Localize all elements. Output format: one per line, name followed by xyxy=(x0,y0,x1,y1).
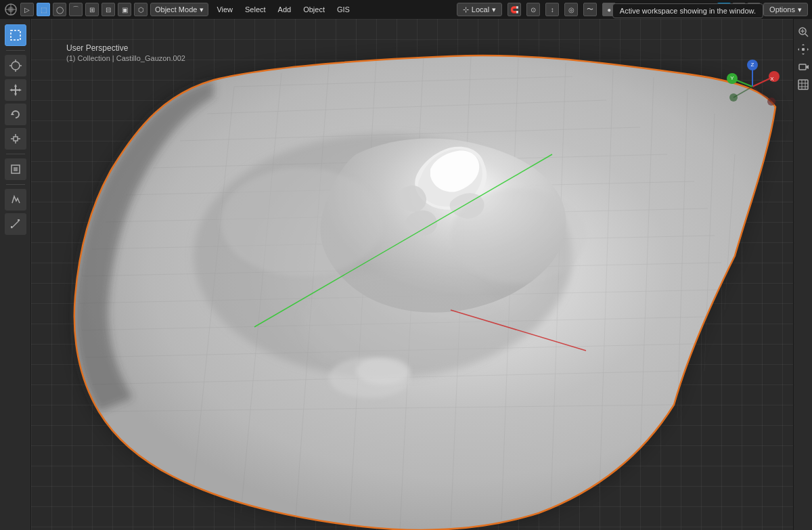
svg-rect-23 xyxy=(14,167,18,171)
svg-point-58 xyxy=(356,357,410,384)
svg-rect-4 xyxy=(11,30,20,40)
svg-marker-15 xyxy=(19,89,22,91)
zoom-button[interactable] xyxy=(796,24,811,39)
tool-select-box[interactable] xyxy=(5,24,26,46)
tool-scale[interactable] xyxy=(5,128,26,150)
mode-selector-label: Object Mode xyxy=(155,5,197,14)
proportional-edit-icon[interactable]: ⊙ xyxy=(526,3,540,16)
options-dropdown-icon: ▾ xyxy=(798,5,802,14)
camera-button[interactable] xyxy=(796,60,811,74)
gizmo-x-label: X xyxy=(770,76,774,82)
tool-rotate[interactable] xyxy=(5,104,26,125)
options-label: Options xyxy=(769,5,795,14)
tooltip-text: Active workspace showing in the window. xyxy=(620,7,756,15)
terrain-container xyxy=(31,19,793,530)
gizmo-z-label: Z xyxy=(751,62,754,68)
svg-marker-12 xyxy=(14,84,17,87)
toolbar-separator-2 xyxy=(6,154,25,154)
svg-rect-76 xyxy=(799,64,806,70)
svg-marker-13 xyxy=(14,93,17,96)
menu-select[interactable]: Select xyxy=(240,3,271,16)
tool-move[interactable] xyxy=(5,79,26,101)
pivot-selector[interactable]: ⊹ Local ▾ xyxy=(457,3,502,16)
pivot-icon: ⊹ xyxy=(463,5,469,14)
toolbar-separator-1 xyxy=(6,50,25,51)
toolbar-icon7[interactable]: ⬡ xyxy=(134,3,148,16)
blender-logo-icon xyxy=(4,3,18,16)
menu-add[interactable]: Add xyxy=(273,3,297,16)
tool-annotate[interactable] xyxy=(5,189,26,211)
cursor-tool-icon[interactable]: ▷ xyxy=(20,3,34,16)
menu-view[interactable]: View xyxy=(211,3,238,16)
toolbar-icon4[interactable]: ⊞ xyxy=(85,3,99,16)
svg-point-55 xyxy=(451,188,586,283)
gizmo-y-label: Y xyxy=(730,75,734,81)
select-box-icon[interactable]: ⬚ xyxy=(37,3,50,16)
mode-dropdown-icon: ▾ xyxy=(200,5,204,14)
top-bar-left: ▷ ⬚ ◯ ⌒ ⊞ ⊟ ▣ ⬡ Object Mode ▾ View Selec… xyxy=(4,3,355,16)
nav-gizmo[interactable]: X Z Y xyxy=(725,60,780,116)
svg-point-56 xyxy=(302,269,505,378)
menu-gis[interactable]: GIS xyxy=(332,3,355,16)
svg-rect-75 xyxy=(802,48,805,51)
svg-point-68 xyxy=(767,97,775,106)
options-button[interactable]: Options ▾ xyxy=(763,3,808,16)
right-sidebar xyxy=(793,19,812,530)
svg-point-5 xyxy=(12,62,20,70)
tool-measure[interactable] xyxy=(5,213,26,235)
menu-object[interactable]: Object xyxy=(298,3,330,16)
tool-cursor[interactable] xyxy=(5,55,26,76)
toolbar-icon6[interactable]: ▣ xyxy=(118,3,131,16)
pivot-label: Local xyxy=(472,5,489,14)
svg-line-72 xyxy=(805,34,808,37)
pivot-dropdown-icon: ▾ xyxy=(492,5,496,14)
top-menu: View Select Add Object GIS xyxy=(211,3,355,16)
shading-icon[interactable]: 〜 xyxy=(583,3,597,16)
tooltip: Active workspace showing in the window. xyxy=(612,3,763,18)
mode-selector[interactable]: Object Mode ▾ xyxy=(150,3,208,16)
select-circle-icon[interactable]: ◯ xyxy=(53,3,66,16)
viewport[interactable]: User Perspective (1) Collection | Castil… xyxy=(31,19,793,530)
svg-rect-78 xyxy=(798,80,808,89)
transform-icon[interactable]: ↕ xyxy=(545,3,559,16)
toolbar-icon5[interactable]: ⊟ xyxy=(102,3,115,16)
lasso-icon[interactable]: ⌒ xyxy=(69,3,83,16)
left-toolbar xyxy=(0,19,31,530)
snap-icon[interactable]: 🧲 xyxy=(508,3,521,16)
grid-button[interactable] xyxy=(796,77,811,92)
svg-rect-17 xyxy=(14,137,18,141)
svg-point-54 xyxy=(221,168,383,276)
svg-line-24 xyxy=(12,220,20,228)
overlays-icon[interactable]: ◎ xyxy=(564,3,578,16)
toolbar-separator-3 xyxy=(6,184,25,185)
svg-marker-14 xyxy=(9,89,12,91)
tool-transform[interactable] xyxy=(5,158,26,180)
svg-point-70 xyxy=(729,93,738,102)
pan-button[interactable] xyxy=(796,42,811,57)
